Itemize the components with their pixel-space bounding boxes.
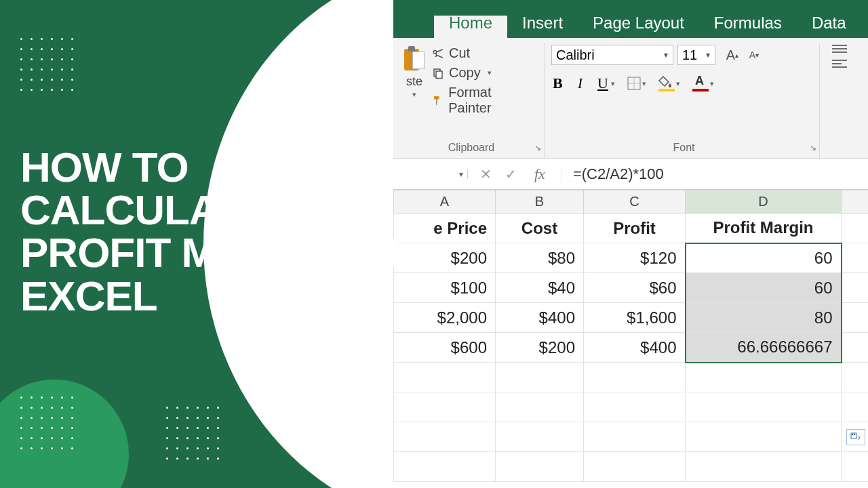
font-dialog-launcher-icon[interactable]: ↘ bbox=[810, 143, 816, 152]
cell[interactable]: $400 bbox=[496, 303, 584, 333]
cell[interactable]: $600 bbox=[394, 333, 496, 363]
font-color-dropdown-icon[interactable]: ▾ bbox=[710, 79, 714, 88]
cell[interactable] bbox=[842, 363, 869, 392]
cell[interactable]: 60 bbox=[686, 243, 842, 273]
cell[interactable] bbox=[394, 363, 496, 392]
cell[interactable] bbox=[496, 392, 584, 422]
clipboard-group-label: Clipboard bbox=[448, 142, 494, 154]
cell[interactable] bbox=[496, 363, 584, 392]
fx-icon[interactable]: fx bbox=[530, 165, 549, 183]
paste-button[interactable]: ste ▾ bbox=[401, 45, 427, 100]
cell[interactable] bbox=[394, 452, 496, 482]
cell[interactable] bbox=[686, 392, 842, 422]
cell[interactable]: Profit Margin bbox=[686, 214, 842, 243]
promo-panel: HOW TO CALCULATE PROFIT MARGIN IN EXCEL bbox=[0, 0, 420, 488]
cell[interactable] bbox=[842, 333, 869, 363]
underline-dropdown-icon[interactable]: ▾ bbox=[611, 79, 615, 88]
borders-dropdown-icon[interactable]: ▾ bbox=[642, 79, 646, 88]
paintbrush-icon bbox=[431, 94, 444, 107]
copy-button[interactable]: Copy ▾ bbox=[429, 64, 537, 81]
cell[interactable] bbox=[686, 363, 842, 392]
cell[interactable]: $400 bbox=[584, 333, 686, 363]
bold-button[interactable]: B bbox=[551, 75, 564, 92]
paste-dropdown-icon[interactable]: ▾ bbox=[412, 90, 416, 99]
font-name-dropdown-icon[interactable]: ▾ bbox=[659, 50, 673, 60]
font-size-combo[interactable]: ▾ bbox=[677, 45, 715, 65]
cell[interactable]: Cost bbox=[496, 214, 584, 243]
copy-dropdown-icon[interactable]: ▾ bbox=[488, 68, 492, 77]
column-header-d[interactable]: D bbox=[686, 190, 842, 214]
align-top-button[interactable] bbox=[832, 45, 847, 53]
name-box[interactable]: ▾ bbox=[393, 169, 468, 179]
cell[interactable] bbox=[584, 363, 686, 392]
decrease-font-button[interactable]: A▾ bbox=[744, 45, 764, 65]
cell[interactable] bbox=[686, 422, 842, 452]
border-icon bbox=[627, 77, 641, 90]
cell[interactable]: $40 bbox=[496, 273, 584, 303]
decrease-font-icon: A bbox=[749, 49, 755, 60]
worksheet-grid[interactable]: A B C D e Price Cost Profit Profit Margi… bbox=[393, 190, 868, 482]
cell[interactable]: $100 bbox=[394, 273, 496, 303]
cell[interactable] bbox=[842, 243, 869, 273]
font-size-input[interactable] bbox=[678, 47, 701, 63]
align-left-button[interactable] bbox=[832, 60, 847, 68]
cell[interactable] bbox=[842, 273, 869, 303]
cell[interactable]: $200 bbox=[394, 243, 496, 273]
column-header-a[interactable]: A bbox=[394, 190, 496, 214]
ribbon: ste ▾ Cut Copy ▾ bbox=[393, 38, 868, 159]
cell[interactable] bbox=[842, 214, 869, 243]
increase-font-icon: A bbox=[726, 47, 735, 63]
cell[interactable]: 66.66666667 bbox=[686, 333, 842, 363]
page-title: HOW TO CALCULATE PROFIT MARGIN IN EXCEL bbox=[20, 146, 400, 317]
cell[interactable]: $60 bbox=[584, 273, 686, 303]
table-row: $100 $40 $60 60 bbox=[394, 273, 869, 303]
cell[interactable]: $120 bbox=[584, 243, 686, 273]
autofill-options-button[interactable] bbox=[846, 429, 865, 445]
font-color-icon: A bbox=[692, 75, 709, 92]
cell[interactable]: 60 bbox=[686, 273, 842, 303]
formula-input[interactable] bbox=[562, 165, 868, 183]
increase-font-button[interactable]: A▴ bbox=[722, 45, 743, 65]
cell[interactable] bbox=[394, 422, 496, 452]
cell[interactable]: Profit bbox=[584, 214, 686, 243]
cell[interactable]: $1,600 bbox=[584, 303, 686, 333]
cell[interactable]: $2,000 bbox=[394, 303, 496, 333]
group-alignment bbox=[824, 43, 865, 158]
column-header-e[interactable] bbox=[842, 190, 869, 214]
cell[interactable] bbox=[584, 452, 686, 482]
column-header-b[interactable]: B bbox=[496, 190, 584, 214]
cell[interactable]: 80 bbox=[686, 303, 842, 333]
cell[interactable] bbox=[842, 303, 869, 333]
clipboard-dialog-launcher-icon[interactable]: ↘ bbox=[534, 143, 541, 152]
font-color-button[interactable]: A ▾ bbox=[692, 75, 714, 92]
enter-formula-button[interactable]: ✓ bbox=[505, 166, 517, 182]
font-name-combo[interactable]: ▾ bbox=[551, 45, 673, 65]
cancel-formula-button[interactable]: ✕ bbox=[480, 166, 492, 182]
name-box-dropdown-icon[interactable]: ▾ bbox=[459, 169, 463, 179]
cell[interactable] bbox=[842, 452, 869, 482]
font-size-dropdown-icon[interactable]: ▾ bbox=[701, 50, 715, 60]
cell[interactable] bbox=[686, 452, 842, 482]
cell[interactable] bbox=[496, 422, 584, 452]
cell[interactable] bbox=[584, 392, 686, 422]
table-row: $200 $80 $120 60 bbox=[394, 243, 869, 273]
cell[interactable]: $200 bbox=[496, 333, 584, 363]
borders-button[interactable]: ▾ bbox=[627, 77, 646, 90]
cell[interactable] bbox=[394, 392, 496, 422]
cell[interactable] bbox=[584, 422, 686, 452]
cell[interactable] bbox=[842, 392, 869, 422]
cell[interactable]: e Price bbox=[394, 214, 496, 243]
cell[interactable] bbox=[496, 452, 584, 482]
cut-button[interactable]: Cut bbox=[429, 45, 537, 62]
titlebar-strip bbox=[393, 0, 868, 16]
cell[interactable]: $80 bbox=[496, 243, 584, 273]
font-name-input[interactable] bbox=[552, 47, 659, 63]
italic-button[interactable]: I bbox=[576, 75, 584, 92]
underline-button[interactable]: U bbox=[596, 75, 610, 92]
format-painter-button[interactable]: Format Painter bbox=[429, 84, 537, 117]
column-header-c[interactable]: C bbox=[584, 190, 686, 214]
fill-color-dropdown-icon[interactable]: ▾ bbox=[676, 79, 680, 88]
fill-color-button[interactable]: ▾ bbox=[658, 75, 680, 92]
table-row bbox=[394, 392, 869, 422]
table-row bbox=[394, 422, 869, 452]
